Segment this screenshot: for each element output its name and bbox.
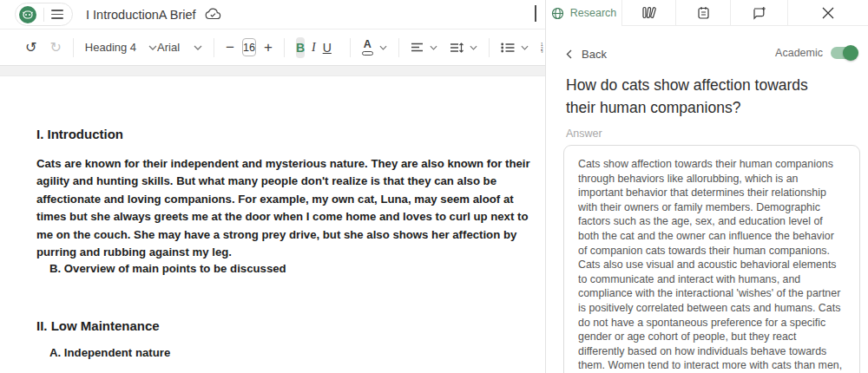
globe-icon	[551, 7, 564, 20]
underline-button[interactable]: U	[323, 37, 332, 58]
text-cursor	[535, 5, 536, 22]
hamburger-menu-icon[interactable]	[51, 10, 63, 19]
chevron-left-icon	[566, 49, 572, 59]
doc-subpoint-independent[interactable]: A. Independent nature	[49, 346, 170, 359]
doc-paragraph[interactable]: Cats are known for their independent and…	[36, 155, 538, 261]
bold-button[interactable]: B	[296, 37, 305, 58]
divider	[214, 38, 214, 57]
app-logo-icon[interactable]	[19, 6, 36, 23]
text-color-button[interactable]: A	[362, 39, 387, 56]
bullet-list-button[interactable]	[501, 43, 529, 53]
chevron-down-icon	[470, 45, 477, 50]
divider	[350, 38, 351, 57]
editor-region: I IntroductionA Brief ↺ ↻ Heading 4	[0, 0, 545, 373]
cloud-check-icon	[205, 8, 221, 21]
answer-textarea[interactable]: Cats show affection towards their human …	[563, 145, 860, 373]
text-color-icon: A	[362, 39, 373, 56]
doc-heading-introduction[interactable]: I. Introduction	[36, 127, 123, 141]
notepad-icon	[697, 6, 710, 20]
doc-heading-low-maintenance[interactable]: II. Low Maintenance	[36, 318, 160, 333]
line-spacing-button[interactable]	[450, 43, 477, 53]
chevron-down-icon	[379, 45, 387, 50]
academic-toggle[interactable]	[831, 47, 857, 59]
page-margin-strip	[0, 66, 545, 76]
chat-add-icon	[752, 6, 766, 20]
divider	[284, 38, 285, 57]
tab-research-label: Research	[570, 7, 617, 19]
close-icon	[821, 6, 835, 20]
font-family-value: Arial	[157, 41, 180, 54]
bullet-list-icon	[501, 43, 515, 53]
font-size-decrease-button[interactable]: −	[226, 39, 234, 56]
menu-pill[interactable]	[15, 3, 73, 26]
panel-tab-bar: Research	[546, 0, 868, 26]
back-label: Back	[582, 48, 607, 61]
research-question: How do cats show affection towards their…	[566, 74, 833, 119]
app-window: I IntroductionA Brief ↺ ↻ Heading 4	[0, 0, 868, 373]
tab-research[interactable]: Research	[546, 0, 622, 26]
font-family-dropdown[interactable]: Arial	[157, 41, 202, 54]
chevron-down-icon	[194, 45, 202, 50]
paragraph-style-dropdown[interactable]: Heading 4	[85, 41, 157, 54]
doc-subpoint-overview[interactable]: B. Overview of main points to be discuss…	[49, 262, 286, 275]
library-books-icon	[641, 6, 657, 19]
chevron-down-icon	[148, 45, 157, 50]
paragraph-style-value: Heading 4	[85, 41, 136, 54]
chevron-down-icon	[430, 45, 437, 50]
document-page[interactable]: I. Introduction Cats are known for their…	[0, 76, 545, 373]
toggle-knob	[843, 45, 858, 61]
redo-button[interactable]: ↻	[49, 39, 61, 56]
line-spacing-icon	[450, 43, 464, 53]
title-bar: I IntroductionA Brief	[0, 0, 545, 29]
panel-close-button[interactable]	[788, 0, 868, 26]
formatting-toolbar: ↺ ↻ Heading 4 Arial − 16 + B I	[0, 29, 545, 66]
chevron-down-icon	[521, 45, 529, 50]
academic-toggle-group: Academic	[775, 47, 857, 59]
divider	[489, 38, 490, 57]
academic-label: Academic	[775, 47, 823, 59]
research-panel: Research	[545, 0, 868, 373]
divider	[398, 38, 399, 57]
italic-button[interactable]: I	[312, 37, 316, 58]
undo-button[interactable]: ↺	[25, 39, 36, 56]
align-icon	[411, 43, 424, 52]
back-button[interactable]: Back	[566, 48, 607, 61]
align-button[interactable]	[411, 43, 437, 52]
tab-notes[interactable]	[676, 0, 731, 26]
document-title[interactable]: I IntroductionA Brief	[86, 8, 196, 22]
svg-text:3: 3	[541, 49, 543, 53]
tab-library[interactable]	[622, 0, 676, 26]
font-size-input[interactable]: 16	[242, 38, 256, 56]
font-size-increase-button[interactable]: +	[264, 39, 273, 56]
tab-chat-add[interactable]	[731, 0, 788, 26]
answer-label: Answer	[566, 128, 602, 140]
divider	[43, 8, 44, 22]
divider	[73, 38, 74, 57]
